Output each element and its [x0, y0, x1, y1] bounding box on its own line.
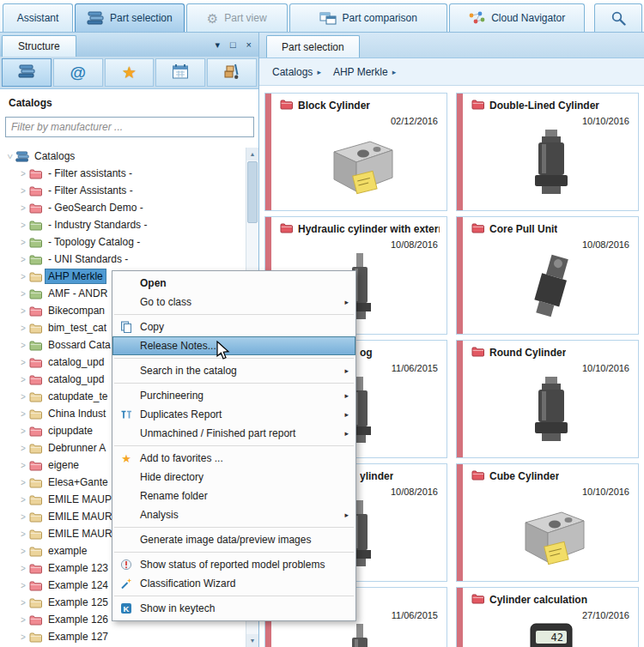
folder-icon: [29, 580, 46, 591]
expand-chevron-icon[interactable]: >: [17, 358, 29, 367]
tree-item-filter-assistants[interactable]: >- Filter assistants -: [0, 165, 246, 182]
card-round-cylinder[interactable]: Round Cylinder10/10/2016: [456, 340, 639, 458]
expand-chevron-icon[interactable]: >: [17, 409, 29, 419]
tree-item-uni-standards[interactable]: >- UNI Standards -: [0, 251, 246, 268]
part-image: [471, 497, 631, 572]
scrollbar-thumb[interactable]: [247, 161, 258, 223]
tab-part-selection[interactable]: Part selection: [75, 3, 185, 32]
tab-structure[interactable]: Structure: [2, 35, 76, 57]
expand-chevron-icon[interactable]: >: [17, 203, 29, 213]
expand-chevron-icon[interactable]: >: [17, 238, 29, 247]
expand-chevron-icon[interactable]: >: [17, 341, 29, 350]
tree-item-catalogs[interactable]: >Catalogs: [0, 148, 246, 165]
menu-item-purchineering[interactable]: Purchineering▸: [112, 386, 355, 405]
expand-chevron-icon[interactable]: >: [17, 221, 29, 230]
menu-item-unmachined-finished-part-report[interactable]: Unmachined / Finished part report▸: [112, 424, 355, 443]
tree-item-topology-catalog[interactable]: >- Topology Catalog -: [0, 233, 246, 251]
menu-separator: [114, 596, 354, 596]
manufacturer-filter-input[interactable]: [5, 117, 254, 137]
toolbar-classification-button[interactable]: @: [53, 58, 103, 87]
expand-chevron-icon[interactable]: >: [17, 375, 29, 384]
menu-item-analysis[interactable]: Analysis▸: [112, 505, 355, 524]
card-block-cylinder[interactable]: Block Cylinder02/12/2016: [264, 93, 447, 211]
tree-item-geosearch-demo[interactable]: >- GeoSearch Demo -: [0, 199, 246, 216]
maximize-button[interactable]: □: [230, 40, 236, 50]
toolbar-favorites-button[interactable]: ★: [105, 58, 155, 87]
part-image: [280, 620, 440, 647]
menu-item-rename-folder[interactable]: Rename folder: [112, 487, 355, 505]
card-cube-cylinder[interactable]: Cube Cylinder10/10/2016: [456, 463, 639, 582]
expand-chevron-icon[interactable]: >: [17, 615, 29, 625]
menu-item-label: Show status of reported model problems: [140, 559, 325, 571]
breadcrumb-catalogs[interactable]: Catalogs▸: [268, 63, 325, 81]
expand-chevron-icon[interactable]: >: [17, 547, 29, 556]
card-double-lined-cylinder[interactable]: Double-Lined Cylinder10/10/2016: [456, 93, 639, 211]
menu-item-label: Release Notes...: [140, 340, 216, 352]
menu-item-add-to-favorites[interactable]: ★Add to favorites ...: [112, 449, 355, 468]
scroll-up-icon[interactable]: ▲: [246, 148, 258, 160]
tab-part-comparison[interactable]: Part comparison: [289, 3, 447, 32]
expand-chevron-icon[interactable]: >: [17, 255, 29, 264]
keytech-icon: K: [118, 602, 134, 614]
folder-icon: [29, 408, 46, 420]
expand-chevron-icon[interactable]: >: [17, 495, 29, 505]
toolbar-catalogs-button[interactable]: [2, 58, 52, 87]
scroll-down-icon[interactable]: ▼: [246, 634, 258, 647]
tree-item-label: Example 126: [46, 613, 111, 626]
expand-chevron-icon[interactable]: >: [17, 426, 29, 436]
card-core-pull-unit[interactable]: Core Pull Unit10/08/2016: [456, 216, 639, 335]
expand-chevron-icon[interactable]: >: [17, 324, 29, 333]
expand-chevron-icon[interactable]: >: [17, 306, 29, 316]
toolbar-purchineering-button[interactable]: [207, 58, 257, 87]
expand-chevron-icon[interactable]: >: [17, 598, 29, 608]
tree-item-industry-standards[interactable]: >- Industry Standards -: [0, 216, 246, 233]
menu-item-duplicates-report[interactable]: Duplicates Report▸: [112, 405, 355, 424]
main-tab-bar: AssistantPart selection⚙Part viewPart co…: [0, 0, 644, 33]
expand-chevron-icon[interactable]: >: [17, 392, 29, 402]
expand-chevron-icon[interactable]: >: [5, 150, 15, 162]
menu-item-show-in-keytech[interactable]: KShow in keytech: [112, 599, 355, 618]
expand-chevron-icon[interactable]: >: [17, 512, 29, 522]
part-image: [280, 126, 440, 202]
menu-item-generate-image-data-preview-images[interactable]: Generate image data/preview images: [112, 530, 355, 549]
menu-item-classification-wizard[interactable]: Classification Wizard: [112, 574, 355, 593]
tree-item-label: Bikecompan: [46, 304, 107, 317]
menu-item-release-notes[interactable]: Release Notes...: [112, 336, 355, 355]
menu-item-show-status-of-reported-model-problems[interactable]: Show status of reported model problems: [112, 555, 355, 574]
panel-menu-button[interactable]: ▾: [215, 40, 220, 50]
toolbar-history-button[interactable]: [155, 58, 205, 87]
menu-item-copy[interactable]: Copy: [112, 317, 355, 336]
expand-chevron-icon[interactable]: >: [17, 581, 29, 590]
menu-item-label: Show in keytech: [140, 602, 215, 614]
card-cylinder-calculation[interactable]: Cylinder calculation27/10/201642: [456, 587, 639, 647]
part-image: [471, 373, 631, 449]
card-accent-bar: [457, 94, 463, 210]
breadcrumb-ahp-merkle[interactable]: AHP Merkle▸: [329, 63, 400, 81]
folder-icon: [29, 426, 46, 437]
expand-chevron-icon[interactable]: >: [17, 186, 29, 196]
card-header: Cube Cylinder: [471, 469, 631, 483]
expand-chevron-icon[interactable]: >: [17, 272, 29, 281]
tab-part-selection-panel[interactable]: Part selection: [266, 35, 360, 57]
expand-chevron-icon[interactable]: >: [17, 289, 29, 299]
expand-chevron-icon[interactable]: >: [17, 169, 29, 178]
menu-item-go-to-class[interactable]: Go to class▸: [112, 293, 355, 311]
menu-item-open[interactable]: Open: [112, 274, 355, 293]
card-date: 10/10/2016: [471, 363, 629, 373]
tree-item-example-127[interactable]: >Example 127: [0, 628, 246, 645]
expand-chevron-icon[interactable]: >: [17, 529, 29, 539]
expand-chevron-icon[interactable]: >: [17, 632, 29, 642]
expand-chevron-icon[interactable]: >: [17, 461, 29, 470]
close-button[interactable]: ×: [246, 40, 252, 50]
tab-cloud-navigator[interactable]: Cloud Navigator: [449, 3, 585, 32]
tree-item-label: EMILE MAUR: [46, 527, 115, 541]
menu-item-hide-directory[interactable]: Hide directory: [112, 468, 355, 487]
expand-chevron-icon[interactable]: >: [17, 564, 29, 573]
expand-chevron-icon[interactable]: >: [17, 478, 29, 487]
search-button[interactable]: [594, 3, 642, 32]
menu-item-search-in-the-catalog[interactable]: Search in the catalog▸: [112, 361, 355, 380]
tab-assistant[interactable]: Assistant: [3, 3, 73, 32]
tab-part-view[interactable]: ⚙Part view: [186, 3, 288, 32]
tree-item-filter-assistants[interactable]: >- Filter Assistants -: [0, 182, 246, 199]
expand-chevron-icon[interactable]: >: [17, 444, 29, 453]
